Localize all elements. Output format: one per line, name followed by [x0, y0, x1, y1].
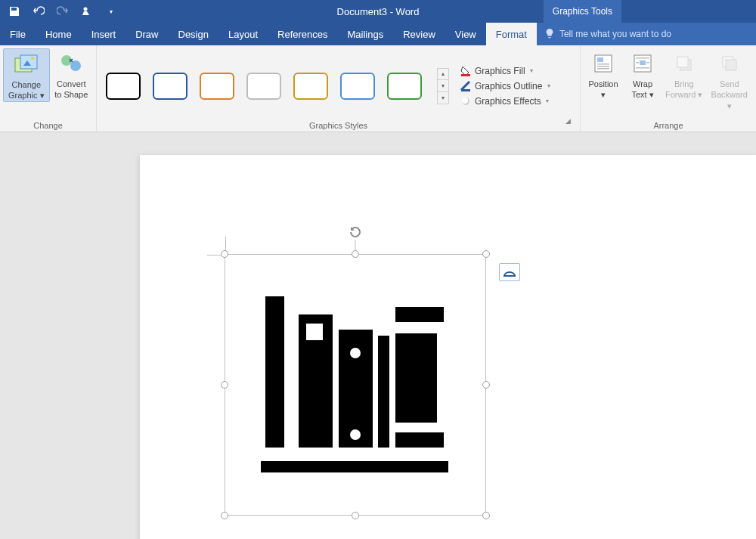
effects-icon	[460, 95, 472, 107]
svg-rect-12	[597, 57, 603, 62]
svg-rect-18	[636, 57, 649, 59]
styles-gallery: ▴ ▾ ▾	[100, 64, 455, 104]
change-graphic-button[interactable]: Change Graphic ▾	[3, 48, 50, 102]
lightbulb-icon	[544, 28, 555, 41]
document-title: Document3 - Word	[337, 6, 420, 17]
svg-point-10	[462, 98, 468, 104]
position-icon	[591, 51, 615, 76]
svg-point-4	[31, 57, 34, 60]
rotate-handle-icon[interactable]	[348, 225, 363, 240]
style-swatch-7[interactable]	[387, 73, 422, 100]
style-swatch-3[interactable]	[200, 73, 234, 100]
svg-rect-13	[597, 64, 609, 65]
redo-icon[interactable]	[56, 5, 70, 18]
resize-handle-r[interactable]	[482, 381, 490, 389]
quick-access-toolbar: ▾	[0, 5, 118, 18]
svg-rect-2	[20, 55, 37, 69]
group-change: Change Graphic ▾ Convert to Shape Change	[0, 45, 97, 132]
resize-handle-l[interactable]	[221, 381, 228, 389]
group-graphics-styles: ▴ ▾ ▾ Graphics Fill ▾ Graphics Outline ▾…	[97, 45, 581, 132]
svg-rect-25	[726, 60, 736, 70]
convert-to-shape-button[interactable]: Convert to Shape	[50, 48, 93, 101]
group-change-label: Change	[3, 119, 93, 132]
tell-me-search[interactable]: Tell me what you want to do	[537, 23, 756, 45]
tell-me-placeholder: Tell me what you want to do	[559, 29, 671, 39]
svg-rect-15	[597, 68, 609, 70]
svg-rect-7	[461, 74, 470, 76]
gallery-more-icon[interactable]: ▾	[438, 92, 448, 104]
gallery-down-icon[interactable]: ▾	[438, 80, 448, 92]
styles-dialog-launcher-icon[interactable]: ◢	[565, 117, 574, 125]
tab-view[interactable]: View	[445, 23, 486, 45]
tab-home[interactable]: Home	[36, 23, 82, 45]
resize-handle-tl[interactable]	[221, 250, 228, 258]
graphics-outline-button[interactable]: Graphics Outline ▾	[460, 80, 550, 92]
resize-handle-b[interactable]	[352, 512, 359, 519]
rotate-handle-line	[355, 240, 356, 251]
save-icon[interactable]	[8, 5, 21, 18]
svg-rect-23	[677, 57, 688, 67]
style-swatch-2[interactable]	[153, 73, 187, 100]
graphics-menu: Graphics Fill ▾ Graphics Outline ▾ Graph…	[455, 60, 555, 107]
bring-forward-icon	[672, 51, 696, 76]
change-graphic-label: Change Graphic ▾	[7, 79, 46, 101]
wrap-text-button[interactable]: Wrap Text ▾	[623, 48, 662, 101]
ribbon: Change Graphic ▾ Convert to Shape Change	[0, 45, 756, 132]
tab-review[interactable]: Review	[393, 23, 445, 45]
convert-to-shape-icon	[59, 51, 83, 76]
graphics-effects-button[interactable]: Graphics Effects ▾	[460, 95, 550, 107]
tab-format[interactable]: Format	[486, 23, 537, 45]
graphics-fill-button[interactable]: Graphics Fill ▾	[460, 65, 550, 77]
ribbon-tabs: File Home Insert Draw Design Layout Refe…	[0, 23, 756, 45]
contextual-tab-label: Graphics Tools	[544, 0, 621, 23]
outline-icon	[460, 80, 472, 92]
convert-to-shape-label: Convert to Shape	[53, 79, 90, 101]
tab-design[interactable]: Design	[169, 23, 218, 45]
tab-layout[interactable]: Layout	[218, 23, 268, 45]
touch-mode-icon[interactable]	[80, 5, 94, 18]
tab-file[interactable]: File	[0, 23, 36, 45]
svg-rect-26	[503, 275, 516, 277]
resize-handle-bl[interactable]	[221, 512, 228, 519]
qat-customize-icon[interactable]: ▾	[104, 5, 118, 18]
svg-rect-17	[640, 60, 646, 65]
titlebar: ▾ Document3 - Word Graphics Tools	[0, 0, 756, 23]
group-arrange: Position▾ Wrap Text ▾ Bring Forward ▾ Se…	[581, 45, 756, 132]
svg-rect-19	[636, 62, 639, 64]
tab-mailings[interactable]: Mailings	[338, 23, 394, 45]
undo-icon[interactable]	[32, 5, 45, 18]
style-swatch-4[interactable]	[246, 73, 281, 100]
group-styles-label: Graphics Styles	[309, 121, 367, 130]
resize-handle-br[interactable]	[482, 512, 490, 519]
svg-rect-21	[636, 67, 649, 69]
svg-rect-20	[646, 62, 649, 64]
group-arrange-label: Arrange	[584, 119, 753, 132]
svg-point-0	[84, 8, 88, 11]
resize-handle-t[interactable]	[352, 250, 359, 258]
send-backward-icon	[717, 51, 742, 76]
style-swatch-5[interactable]	[293, 73, 328, 100]
wrap-text-icon	[631, 51, 655, 76]
svg-point-5	[61, 55, 72, 66]
tab-references[interactable]: References	[268, 23, 337, 45]
svg-rect-14	[597, 66, 609, 67]
fill-icon	[460, 65, 472, 77]
tab-insert[interactable]: Insert	[82, 23, 126, 45]
gallery-up-icon[interactable]: ▴	[438, 69, 448, 81]
inserted-graphic-books-icon[interactable]	[261, 292, 450, 488]
gallery-scroll: ▴ ▾ ▾	[437, 68, 449, 104]
position-button[interactable]: Position▾	[584, 48, 623, 101]
style-swatch-1[interactable]	[106, 73, 141, 100]
change-graphic-icon	[14, 52, 39, 76]
tab-draw[interactable]: Draw	[125, 23, 168, 45]
send-backward-button[interactable]: Send Backward ▾	[705, 48, 753, 111]
bring-forward-button[interactable]: Bring Forward ▾	[662, 48, 705, 101]
layout-options-button[interactable]	[499, 263, 520, 281]
svg-rect-8	[461, 89, 470, 91]
style-swatch-6[interactable]	[340, 73, 375, 100]
resize-handle-tr[interactable]	[482, 250, 490, 258]
